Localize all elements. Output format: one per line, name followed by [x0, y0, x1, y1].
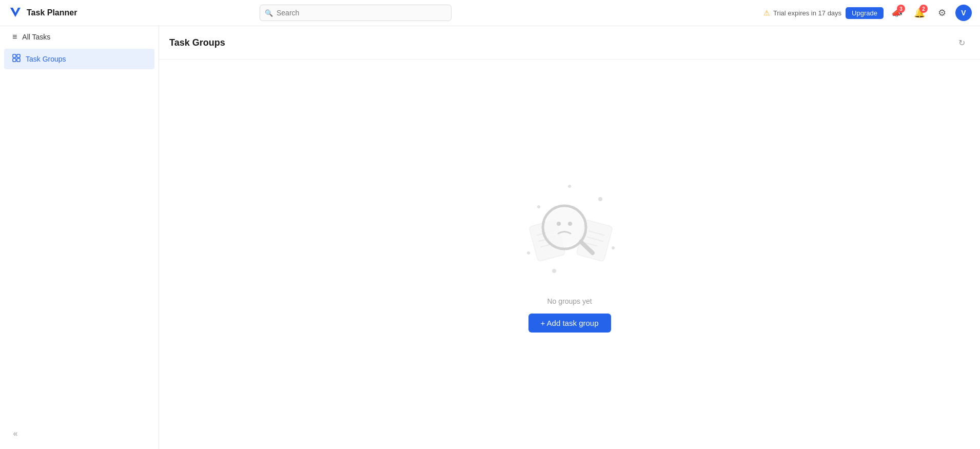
content-area: Task Groups ↻: [159, 26, 980, 449]
svg-rect-2: [13, 54, 16, 57]
header-right: ⚠ Trial expires in 17 days Upgrade 📣 3 🔔…: [763, 4, 972, 22]
app-logo: [8, 6, 23, 20]
campaigns-button[interactable]: 📣 3: [888, 4, 906, 22]
avatar[interactable]: V: [955, 5, 972, 21]
svg-point-11: [552, 269, 556, 273]
upgrade-button[interactable]: Upgrade: [846, 7, 884, 19]
search-bar: 🔍: [260, 5, 452, 21]
svg-point-10: [568, 185, 571, 188]
header: Task Planner 🔍 ⚠ Trial expires in 17 day…: [0, 0, 980, 26]
empty-illustration: [513, 176, 626, 289]
gear-icon: ⚙: [938, 7, 946, 18]
svg-rect-5: [17, 58, 20, 62]
svg-point-8: [527, 251, 530, 255]
search-icon: 🔍: [265, 9, 273, 17]
notifications-badge: 2: [919, 5, 928, 13]
sidebar-item-label-all-tasks: All Tasks: [22, 33, 50, 41]
svg-rect-3: [17, 54, 20, 57]
add-task-group-button[interactable]: + Add task group: [528, 314, 611, 333]
empty-state-text: No groups yet: [547, 297, 592, 305]
trial-badge: ⚠ Trial expires in 17 days: [763, 9, 841, 17]
warning-icon: ⚠: [763, 9, 770, 17]
collapse-sidebar-button[interactable]: «: [8, 426, 23, 441]
svg-point-7: [598, 197, 602, 201]
content-header: Task Groups ↻: [159, 26, 980, 60]
svg-point-9: [612, 246, 615, 249]
search-input[interactable]: [260, 5, 452, 21]
logo-area: Task Planner: [8, 6, 101, 20]
svg-rect-4: [13, 58, 16, 62]
app-title: Task Planner: [27, 8, 77, 17]
svg-marker-1: [10, 8, 15, 17]
campaigns-badge: 3: [897, 5, 905, 13]
svg-point-21: [545, 208, 584, 247]
page-title: Task Groups: [169, 37, 225, 48]
sidebar-item-task-groups[interactable]: Task Groups: [4, 49, 154, 69]
sidebar-item-all-tasks[interactable]: ≡ All Tasks: [4, 27, 154, 47]
main-layout: ≡ All Tasks Task Groups « Task Groups ↻: [0, 26, 980, 449]
list-icon: ≡: [12, 32, 17, 42]
svg-point-6: [537, 205, 540, 208]
collapse-icon: «: [13, 429, 18, 438]
svg-point-23: [568, 222, 572, 226]
svg-point-22: [557, 222, 561, 226]
sidebar: ≡ All Tasks Task Groups «: [0, 26, 159, 449]
refresh-button[interactable]: ↻: [953, 34, 970, 51]
trial-text: Trial expires in 17 days: [773, 9, 841, 17]
notifications-button[interactable]: 🔔 2: [910, 4, 929, 22]
empty-state: No groups yet + Add task group: [159, 60, 980, 449]
sidebar-item-label-task-groups: Task Groups: [26, 55, 66, 63]
settings-button[interactable]: ⚙: [933, 4, 951, 22]
refresh-icon: ↻: [958, 38, 965, 48]
task-groups-icon: [12, 54, 21, 64]
